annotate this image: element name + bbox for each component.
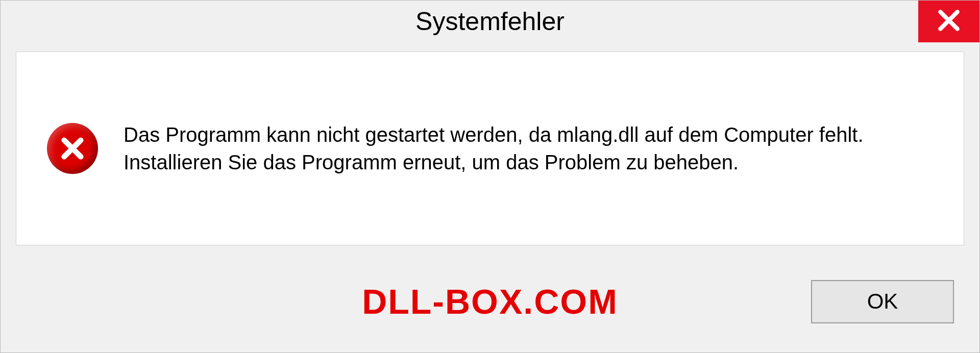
ok-button[interactable]: OK: [811, 280, 954, 323]
error-dialog: Systemfehler Das Programm kann nicht ges…: [0, 0, 980, 353]
close-button[interactable]: [918, 1, 979, 42]
watermark-text: DLL-BOX.COM: [362, 282, 618, 321]
dialog-footer: DLL-BOX.COM OK: [1, 250, 979, 352]
error-message: Das Programm kann nicht gestartet werden…: [124, 121, 933, 176]
close-icon: [936, 8, 962, 35]
titlebar: Systemfehler: [1, 1, 979, 42]
content-area: Das Programm kann nicht gestartet werden…: [1, 42, 979, 250]
error-icon-wrap: [47, 123, 98, 174]
dialog-title: Systemfehler: [415, 7, 565, 36]
message-panel: Das Programm kann nicht gestartet werden…: [16, 52, 964, 245]
error-icon: [47, 123, 98, 174]
